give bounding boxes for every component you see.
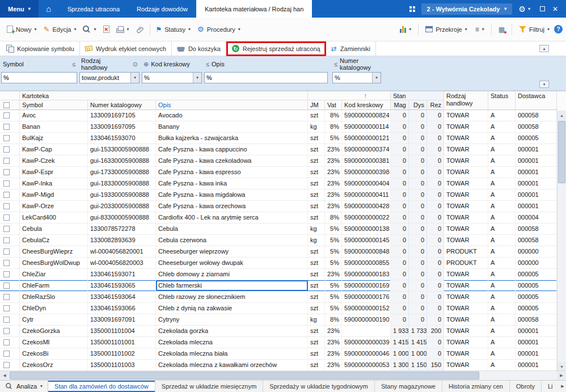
tabs-overflow-right-icon[interactable]: ▶ [559, 381, 566, 392]
row-checkbox[interactable] [3, 158, 10, 164]
bottom-tab-obroty[interactable]: Obroty [510, 381, 542, 392]
row-checkbox[interactable] [3, 271, 10, 277]
row-checkbox[interactable] [3, 317, 10, 323]
close-icon[interactable]: ✕ [552, 5, 558, 13]
procedury-button[interactable]: ⚙ Procedury ▾ [194, 23, 244, 36]
home-button[interactable]: ⌂ [39, 0, 59, 18]
filter-header-symbol[interactable]: Symbol ≤ [1, 61, 77, 68]
select-all-checkbox[interactable] [3, 102, 10, 108]
column-header-status[interactable]: Status [488, 91, 516, 109]
bottom-tab-sprzedaz-tygodniowa[interactable]: Sprzedaży w układzie tygodniowym [263, 381, 375, 392]
row-checkbox[interactable] [3, 237, 10, 243]
action-rejestruj-sprzedaz-utracona[interactable]: ↻ Rejestruj sprzedaż utraconą [226, 41, 326, 56]
table-row[interactable]: CebulaCz1330082893639Cebula czerwonakg5%… [0, 235, 557, 246]
table-row[interactable]: LekCard400gui-83300005900888Cardiofix 40… [0, 212, 557, 224]
collapse-filter-button[interactable]: ▾ [539, 81, 549, 88]
row-checkbox[interactable] [3, 351, 10, 357]
maximize-icon[interactable] [540, 6, 545, 11]
group-header-stan[interactable]: Stan [391, 91, 444, 100]
filter-header-numer-katalogowy[interactable]: ≤ Numer katalogowy [332, 57, 381, 71]
filter-op-icon[interactable]: ≤ [206, 61, 209, 68]
row-checkbox[interactable] [3, 192, 10, 198]
column-header-numer-katalogowy[interactable]: Numer katalogowy [88, 100, 156, 109]
search-button[interactable]: ▾ [79, 23, 99, 36]
table-row[interactable]: ChleRazSlo1330461593064Chleb razowy ze s… [0, 292, 557, 303]
edycja-button[interactable]: ✎ Edycja ▾ [40, 23, 80, 36]
scroll-up-icon[interactable]: ▲ [557, 111, 566, 120]
analiza-button[interactable]: Analiza ▾ [0, 381, 48, 392]
column-header-dostawca[interactable]: Dostawca [516, 91, 557, 109]
row-checkbox[interactable] [3, 135, 10, 141]
action-kopiowanie-symbolu[interactable]: Kopiowanie symbolu [1, 41, 80, 56]
table-row[interactable]: KawP-Czekgui-16330005900888Cafe Pyszna -… [0, 155, 557, 167]
column-header-opis[interactable]: Opis [156, 100, 308, 109]
table-row[interactable]: ChleFarm1330461593065Chleb farmerskiszt5… [0, 280, 557, 292]
bottom-tab-li[interactable]: Li [542, 381, 560, 392]
action-wydruk-etykiet-cenowych[interactable]: Wydruk etykiet cenowych [80, 41, 172, 56]
help-icon[interactable]: ? [554, 25, 563, 33]
filter-header-kod-kreskowy[interactable]: ⊕ Kod kreskowy [142, 61, 202, 68]
group-header-kartoteka[interactable]: Kartoteka [20, 91, 308, 100]
list-options-button[interactable]: ≡ ▾ [472, 23, 488, 36]
settings-button[interactable]: ⚙ ▾ [518, 5, 530, 14]
apps-grid-icon[interactable] [409, 6, 415, 12]
sort-ascending-icon[interactable]: ↑ [364, 92, 367, 100]
tab-sprzedaz-utracona[interactable]: Sprzedaż utracona [59, 0, 128, 18]
table-row[interactable]: CheesBurgWieprzwl-0004056820001Cheesebur… [0, 246, 557, 258]
table-row[interactable]: Cytr1330091697091Cytrynykg8%590000000019… [0, 314, 557, 326]
delete-button[interactable] [100, 23, 113, 35]
scroll-left-icon[interactable]: ◀ [0, 371, 9, 380]
symbol-filter-input[interactable] [1, 72, 77, 83]
table-row[interactable]: CzekoGorzka1350001101004Czekolada gorzka… [0, 326, 557, 337]
company-selector[interactable]: 2 - Wytwórnia Czekolady ▾ [421, 3, 513, 15]
table-row[interactable]: ChleZiar1330461593071Chleb domowy z ziar… [0, 269, 557, 280]
tab-rodzaje-dowodow[interactable]: Rodzaje dowodów [128, 0, 196, 18]
filter-op-icon[interactable]: ⊙ [133, 61, 138, 68]
dropdown-arrow-icon[interactable]: ▾ [193, 73, 201, 83]
table-row[interactable]: BulKajz1330461593070Bułka kajzerka - szw… [0, 133, 557, 144]
dropdown-arrow-icon[interactable]: ▾ [130, 73, 139, 83]
column-header-jm[interactable]: JM [308, 100, 325, 109]
filter-header-opis[interactable]: ≤ Opis [204, 61, 328, 68]
action-do-koszyka[interactable]: Do koszyka [172, 41, 226, 56]
filter-op-icon[interactable]: ≤ [334, 61, 337, 68]
column-header-vat[interactable]: Vat [325, 100, 342, 109]
filter-op-icon[interactable]: ⊕ [143, 61, 149, 68]
attachment-button[interactable] [133, 23, 147, 36]
table-row[interactable]: KawP-Migdgui-19330005900888Cafe Pyszna -… [0, 189, 557, 201]
row-checkbox[interactable] [3, 112, 10, 119]
table-row[interactable]: Banan1330091697095Bananykg8%590000000011… [0, 121, 557, 133]
bottom-tab-stany-magazynowe[interactable]: Stany magazynowe [375, 381, 442, 392]
table-row[interactable]: Cebula1330078572278Cebulakg5%59000000001… [0, 224, 557, 235]
column-header-dys[interactable]: Dys [409, 100, 427, 109]
row-checkbox[interactable] [3, 124, 10, 130]
column-header-symbol[interactable]: Symbol [20, 100, 88, 109]
column-header-rez[interactable]: Rez [427, 100, 444, 109]
table-row[interactable]: KawP-Orzegui-20330005900888Cafe Pyszna -… [0, 201, 557, 212]
row-checkbox[interactable] [3, 339, 10, 345]
table-row[interactable]: CzekosMl1350001101001Czekolada mlecznasz… [0, 337, 557, 348]
row-checkbox[interactable] [3, 260, 10, 266]
table-row[interactable]: CheesBurgWolDwupwl-0004056820003Cheesebu… [0, 258, 557, 269]
column-header-rodzaj-handlowy[interactable]: Rodzaj handlowy [444, 91, 488, 109]
row-checkbox[interactable] [3, 248, 10, 255]
numer-katalogowy-filter-select[interactable]: % ▾ [332, 72, 381, 83]
chart-button[interactable]: ▾ [396, 23, 415, 35]
row-checkbox[interactable] [3, 305, 10, 311]
opis-filter-input[interactable] [204, 72, 328, 83]
horizontal-scrollbar[interactable]: ◀ ▶ [0, 370, 566, 380]
table-row[interactable]: CzekosBi1350001101002Czekolada mleczna b… [0, 348, 557, 360]
row-checkbox[interactable] [3, 362, 10, 368]
row-checkbox[interactable] [3, 294, 10, 300]
nowy-button[interactable]: Nowy ▾ [3, 23, 40, 35]
table-row[interactable]: KawP-Inkagui-18330005900888Cafe Pyszna -… [0, 178, 557, 189]
tab-kartoteka-materialowa[interactable]: Kartoteka materiałowa / Rodzaj han [196, 0, 312, 18]
collapse-panel-button[interactable]: ▴ [539, 45, 549, 52]
table-row[interactable]: KawP-Esprgui-17330005900888Cafe Pyszna -… [0, 167, 557, 178]
table-row[interactable]: ChleDyn1330461593066Chleb z dynią na zak… [0, 303, 557, 314]
przekroje-button[interactable]: Przekroje ▾ [422, 24, 470, 35]
table-alerts-button[interactable]: ▦ [495, 23, 508, 36]
row-checkbox[interactable] [3, 146, 10, 153]
filter-op-icon[interactable]: ≤ [72, 61, 75, 68]
row-checkbox[interactable] [3, 226, 10, 232]
